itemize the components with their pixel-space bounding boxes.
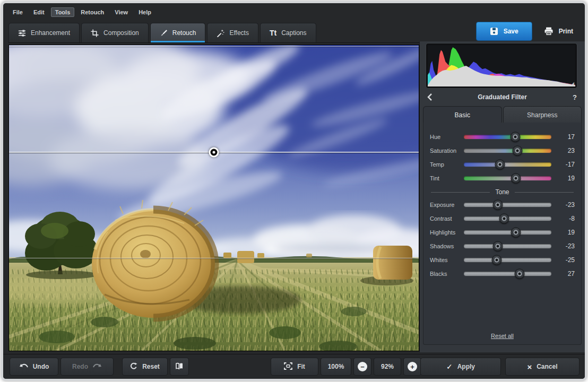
reset-label: Reset — [142, 363, 160, 370]
histogram-resize-handle[interactable]: ◢ — [571, 81, 574, 86]
slider-knob[interactable] — [491, 255, 501, 265]
fit-label: Fit — [297, 363, 305, 370]
check-icon: ✓ — [446, 362, 453, 371]
slider-blacks: Blacks27 — [423, 267, 581, 281]
before-after-button[interactable] — [170, 358, 189, 376]
slider-value: -8 — [556, 215, 575, 222]
slider-value: 17 — [556, 133, 575, 141]
slider-label: Whites — [430, 257, 460, 263]
reset-all-link[interactable]: Reset all — [491, 333, 514, 339]
menu-item-retouch[interactable]: Retouch — [76, 7, 108, 17]
tab-label: Enhancement — [31, 29, 70, 37]
slider-track[interactable] — [464, 272, 551, 276]
fit-button[interactable]: Fit — [271, 358, 318, 376]
divider-line — [431, 192, 490, 193]
tab-label: Captions — [281, 29, 306, 37]
undo-button[interactable]: Undo — [10, 358, 58, 376]
slider-track[interactable] — [464, 230, 551, 235]
slider-track[interactable] — [464, 258, 551, 262]
slider-shadows: Shadows-23 — [423, 239, 581, 253]
wand-icon — [217, 29, 224, 37]
tab-enhancement[interactable]: Enhancement — [8, 23, 80, 42]
minus-icon: − — [358, 362, 367, 371]
redo-arrow-icon — [93, 363, 102, 370]
panel-title: Graduated Filter — [437, 93, 568, 101]
panel-tab-basic[interactable]: Basic — [423, 106, 502, 123]
sliders-icon — [18, 29, 26, 37]
menu-item-help[interactable]: Help — [134, 7, 155, 17]
save-button[interactable]: Save — [476, 22, 532, 41]
photo-canvas[interactable] — [8, 45, 419, 351]
slider-temp: Temp-17 — [423, 158, 581, 171]
print-button[interactable]: Print — [540, 22, 577, 40]
redo-label: Redo — [72, 363, 88, 370]
slider-knob[interactable] — [499, 214, 509, 224]
tab-label: Retouch — [172, 29, 196, 37]
tab-captions[interactable]: TtCaptions — [260, 23, 316, 42]
slider-track[interactable] — [464, 135, 551, 139]
reset-button[interactable]: Reset — [122, 358, 168, 376]
slider-label: Contrast — [430, 215, 460, 222]
plus-icon: + — [408, 362, 417, 371]
help-icon[interactable]: ? — [568, 93, 582, 101]
slider-knob[interactable] — [511, 228, 521, 238]
app-window: FileEditToolsRetouchViewHelp Enhancement… — [1, 1, 587, 381]
menu-item-view[interactable]: View — [110, 7, 132, 17]
slider-knob[interactable] — [511, 173, 521, 184]
back-chevron-icon[interactable] — [423, 93, 437, 101]
slider-highlights: Highlights19 — [423, 225, 581, 239]
reset-circular-arrow-icon — [130, 362, 137, 371]
tab-composition[interactable]: Composition — [81, 23, 149, 42]
tab-retouch[interactable]: Retouch — [150, 23, 206, 42]
slider-track[interactable] — [464, 216, 551, 221]
save-label: Save — [504, 28, 518, 35]
undo-arrow-icon — [19, 363, 28, 370]
panel-header: Graduated Filter ? — [423, 90, 582, 104]
slider-value: -23 — [556, 201, 575, 209]
redo-button[interactable]: Redo — [60, 358, 114, 376]
color-sliders: Hue17Saturation23Temp-17Tint19 — [423, 130, 581, 185]
brush-icon — [160, 29, 168, 37]
tab-label: Effects — [229, 29, 248, 37]
slider-knob[interactable] — [495, 160, 505, 170]
apply-button[interactable]: ✓ Apply — [420, 358, 501, 376]
tone-sliders: Exposure-23Contrast-8Highlights19Shadows… — [423, 198, 581, 281]
cancel-button[interactable]: × Cancel — [505, 358, 580, 376]
slider-knob[interactable] — [492, 200, 503, 210]
slider-knob[interactable] — [492, 241, 503, 251]
slider-knob[interactable] — [510, 132, 520, 142]
graduated-filter-line-bottom[interactable] — [9, 258, 419, 258]
slider-track[interactable] — [464, 244, 551, 248]
photo-image — [9, 45, 419, 351]
panel-tab-sharpness[interactable]: Sharpness — [503, 106, 582, 123]
slider-track[interactable] — [464, 176, 551, 180]
before-after-icon — [175, 362, 184, 371]
zoom-in-button[interactable]: + — [403, 358, 421, 376]
save-floppy-icon — [490, 27, 498, 36]
slider-knob[interactable] — [513, 146, 523, 156]
slider-value: 19 — [556, 175, 575, 182]
menu-item-file[interactable]: File — [8, 7, 27, 17]
zoom-100-button[interactable]: 100% — [321, 358, 351, 376]
slider-value: -17 — [556, 161, 575, 168]
slider-track[interactable] — [464, 162, 551, 167]
panel-content: Hue17Saturation23Temp-17Tint19 Tone Expo… — [423, 123, 582, 345]
print-label: Print — [559, 28, 573, 35]
slider-track[interactable] — [464, 149, 551, 153]
slider-whites: Whites-25 — [423, 253, 581, 267]
reset-all-container: Reset all — [423, 331, 581, 340]
tab-effects[interactable]: Effects — [207, 23, 258, 42]
menu-item-tools[interactable]: Tools — [51, 7, 75, 17]
slider-label: Highlights — [430, 229, 460, 236]
graduated-filter-handle[interactable] — [209, 147, 219, 158]
slider-knob[interactable] — [514, 269, 524, 279]
slider-label: Exposure — [430, 202, 460, 208]
panel-tabs: BasicSharpness — [423, 106, 582, 123]
graduated-filter-line-top[interactable] — [9, 46, 419, 47]
zoom-level-value: 92% — [381, 363, 394, 370]
zoom-out-button[interactable]: − — [353, 358, 371, 376]
slider-value: -25 — [556, 256, 575, 264]
slider-track[interactable] — [464, 203, 551, 207]
cancel-label: Cancel — [537, 363, 557, 370]
menu-item-edit[interactable]: Edit — [29, 7, 49, 17]
